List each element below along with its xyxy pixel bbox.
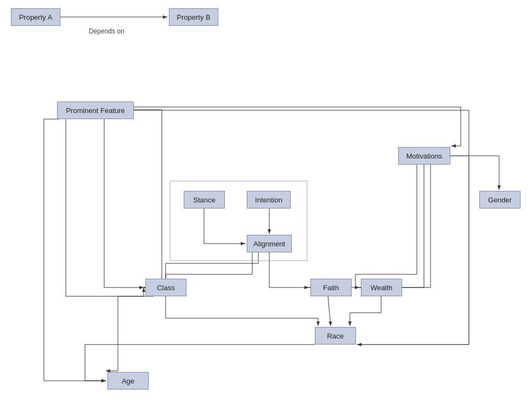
legend-depends-on: Depends on — [89, 27, 124, 35]
node-motivations[interactable]: Motivations — [398, 147, 450, 165]
node-gender[interactable]: Gender — [479, 191, 520, 208]
node-property-a[interactable]: Property A — [11, 8, 60, 26]
diagram-container: Property A Property B Prominent Feature … — [0, 0, 532, 406]
node-race[interactable]: Race — [315, 327, 356, 345]
node-stance[interactable]: Stance — [184, 191, 225, 208]
node-wealth[interactable]: Wealth — [361, 279, 402, 296]
node-property-b[interactable]: Property B — [169, 8, 218, 26]
node-faith[interactable]: Faith — [310, 279, 352, 296]
node-age[interactable]: Age — [107, 372, 149, 390]
node-class[interactable]: Class — [145, 279, 186, 296]
node-intention[interactable]: Intention — [247, 191, 291, 208]
node-alignment[interactable]: Alignment — [247, 235, 292, 252]
svg-line-3 — [328, 296, 331, 326]
node-prominent-feature[interactable]: Prominent Feature — [57, 101, 134, 119]
